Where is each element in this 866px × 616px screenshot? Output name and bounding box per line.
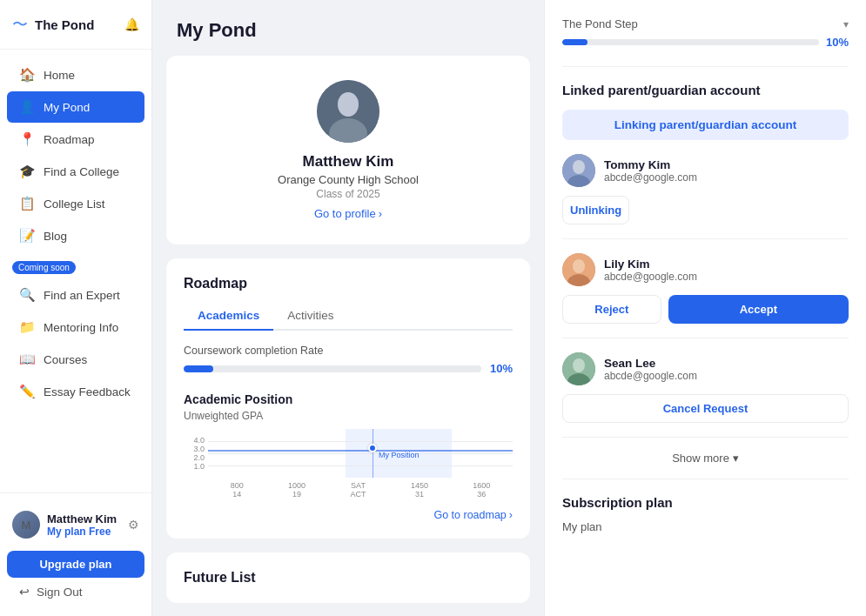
- sidebar-item-roadmap[interactable]: 📍 Roadmap: [7, 124, 144, 155]
- sign-out-button[interactable]: ↩ Sign Out: [7, 578, 144, 606]
- sidebar-item-courses[interactable]: 📖 Courses: [7, 344, 144, 375]
- future-list-card: Future List: [166, 552, 530, 603]
- college-list-icon: 📋: [19, 196, 35, 211]
- sidebar-plan: My plan Free: [47, 526, 121, 538]
- sidebar-label-my-pond: My Pond: [44, 101, 90, 114]
- go-to-profile-link[interactable]: Go to profile ›: [314, 207, 382, 220]
- notifications-icon[interactable]: 🔔: [124, 17, 139, 31]
- tab-academics[interactable]: Academics: [184, 302, 273, 331]
- completion-rate-label: Coursework completion Rate: [184, 345, 513, 357]
- sidebar-logo-area: 〜 The Pond 🔔: [0, 0, 151, 50]
- guardian-lily-name: Lily Kim: [604, 258, 849, 271]
- link-guardian-button[interactable]: Linking parent/guardian account: [562, 110, 849, 140]
- arrow-right-icon: ›: [509, 509, 513, 521]
- guardian-lily-email: abcde@google.com: [604, 271, 849, 283]
- guardian-tommy: Tommy Kim abcde@google.com: [562, 154, 849, 187]
- sidebar-item-college-list[interactable]: 📋 College List: [7, 188, 144, 219]
- my-plan-row: My plan: [562, 520, 849, 533]
- page-title: My Pond: [177, 19, 520, 42]
- chart-label: Unweighted GPA: [184, 410, 513, 422]
- sidebar-item-find-expert[interactable]: 🔍 Find an Expert: [7, 279, 144, 311]
- go-to-profile-label: Go to profile: [314, 207, 376, 220]
- find-college-icon: 🎓: [19, 164, 35, 179]
- subscription-section: Subscription plan My plan: [562, 479, 849, 533]
- x-label-800: 80014: [231, 481, 244, 499]
- sidebar-item-blog[interactable]: 📝 Blog: [7, 220, 144, 251]
- profile-name: Matthew Kim: [184, 153, 513, 171]
- sidebar-item-mentoring-info[interactable]: 📁 Mentoring Info: [7, 311, 144, 343]
- accept-lily-button[interactable]: Accept: [668, 295, 849, 324]
- pond-step-section: The Pond Step ▾ 10%: [562, 17, 849, 49]
- x-label-1600: 160036: [473, 481, 490, 499]
- svg-point-4: [573, 160, 585, 174]
- home-icon: 🏠: [19, 67, 35, 83]
- subscription-title: Subscription plan: [562, 495, 849, 510]
- center-panel: My Pond Matthew Kim Orange County High S…: [152, 0, 544, 616]
- profile-school: Orange County High School: [184, 173, 513, 186]
- sidebar-label-find-college: Find a College: [44, 165, 119, 178]
- my-pond-icon: 👤: [19, 99, 35, 115]
- sidebar-label-roadmap: Roadmap: [44, 133, 95, 146]
- profile-card: Matthew Kim Orange County High School Cl…: [166, 56, 530, 244]
- linked-guardian-section: Linked parent/guardian account Linking p…: [562, 66, 849, 465]
- show-more-button[interactable]: Show more ▾: [562, 452, 849, 465]
- my-plan-label: My plan: [562, 520, 602, 533]
- cancel-request-sean-button[interactable]: Cancel Request: [562, 394, 849, 423]
- main-content: My Pond Matthew Kim Orange County High S…: [152, 0, 866, 616]
- linked-section-title: Linked parent/guardian account: [562, 83, 849, 97]
- sidebar-item-home[interactable]: 🏠 Home: [7, 59, 144, 90]
- sidebar-nav: 🏠 Home 👤 My Pond 📍 Roadmap 🎓 Find a Coll…: [0, 50, 151, 492]
- gpa-trend-line: [208, 450, 513, 452]
- my-plan-label: My plan: [47, 526, 86, 538]
- sidebar-user-info: Matthew Kim My plan Free: [47, 512, 121, 538]
- sidebar-label-blog: Blog: [44, 230, 67, 243]
- sidebar-item-find-college[interactable]: 🎓 Find a College: [7, 156, 144, 187]
- arrow-right-icon: ›: [379, 207, 382, 220]
- go-to-roadmap-link[interactable]: Go to roadmap ›: [184, 509, 513, 521]
- logo-icon: 〜: [12, 14, 28, 35]
- grid-line-1: [208, 441, 513, 442]
- tab-activities[interactable]: Activities: [273, 302, 347, 331]
- progress-bar-background: [184, 365, 481, 372]
- pond-step-label: The Pond Step: [562, 17, 638, 30]
- chart-area: My Position: [208, 429, 513, 478]
- chart-wrapper: 4.0 3.0 2.0 1.0: [184, 429, 513, 499]
- profile-class: Class of 2025: [184, 188, 513, 200]
- upgrade-plan-button[interactable]: Upgrade plan: [7, 551, 144, 578]
- go-to-roadmap-label: Go to roadmap: [433, 509, 506, 521]
- sidebar-item-essay-feedback[interactable]: ✏️ Essay Feedback: [7, 376, 144, 407]
- sidebar-label-home: Home: [44, 69, 75, 82]
- sidebar-label-courses: Courses: [44, 353, 87, 366]
- sidebar-item-my-pond[interactable]: 👤 My Pond: [7, 91, 144, 123]
- guardian-tommy-actions: Unlinking: [562, 196, 849, 239]
- sidebar-label-essay-feedback: Essay Feedback: [44, 385, 131, 398]
- x-label-1450: 145031: [411, 481, 428, 499]
- coming-soon-badge: Coming soon: [12, 261, 76, 274]
- guardian-tommy-avatar: [562, 154, 595, 187]
- essay-icon: ✏️: [19, 384, 35, 399]
- pond-step-dropdown[interactable]: ▾: [843, 18, 849, 30]
- show-more-label: Show more: [672, 452, 729, 465]
- guardian-tommy-email: abcde@google.com: [604, 171, 849, 184]
- guardian-sean-info: Sean Lee abcde@google.com: [604, 357, 849, 382]
- sign-out-icon: ↩: [19, 585, 30, 599]
- pond-step-progress: 10%: [562, 36, 849, 49]
- x-label-1000: 100019: [288, 481, 305, 499]
- progress-percent: 10%: [490, 362, 513, 375]
- pond-step-bar-fill: [562, 39, 587, 45]
- academic-position-section: Academic Position Unweighted GPA 4.0 3.0…: [184, 392, 513, 499]
- reject-lily-button[interactable]: Reject: [562, 295, 661, 324]
- sign-out-label: Sign Out: [37, 586, 83, 599]
- roadmap-title: Roadmap: [184, 276, 513, 291]
- svg-point-1: [338, 92, 359, 117]
- unlink-tommy-button[interactable]: Unlinking: [562, 196, 629, 224]
- sidebar-user-name: Matthew Kim: [47, 512, 121, 526]
- gear-icon[interactable]: ⚙: [128, 518, 139, 532]
- pond-step-percent: 10%: [826, 36, 849, 49]
- guardian-sean-email: abcde@google.com: [604, 370, 849, 382]
- profile-avatar: [317, 80, 379, 143]
- sidebar-bottom: M Matthew Kim My plan Free ⚙ Upgrade pla…: [0, 492, 151, 616]
- sidebar-user-section: M Matthew Kim My plan Free ⚙: [7, 504, 144, 546]
- find-expert-icon: 🔍: [19, 287, 35, 303]
- sidebar-label-college-list: College List: [44, 198, 105, 211]
